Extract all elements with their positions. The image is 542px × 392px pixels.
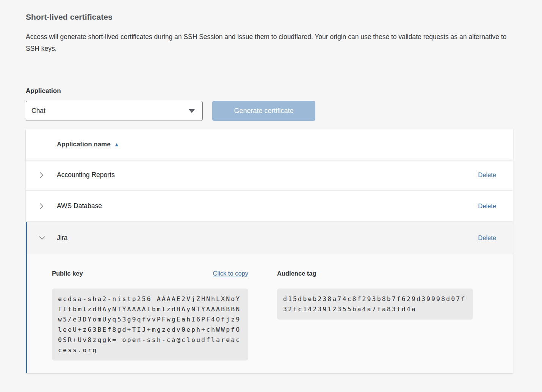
application-name-cell: AWS Database: [57, 202, 478, 210]
short-lived-certificates-section: Short-lived certificates Access will gen…: [0, 0, 542, 373]
expanded-row-group: Jira Delete Public key Click to copy ecd…: [26, 222, 513, 373]
table-row[interactable]: Jira Delete: [27, 222, 513, 254]
application-select-value: Chat: [31, 107, 45, 115]
public-key-label-row: Public key Click to copy: [52, 270, 248, 278]
page: Short-lived certificates Access will gen…: [0, 0, 542, 392]
table-row[interactable]: Accounting Reports Delete: [26, 160, 513, 191]
generate-certificate-button[interactable]: Generate certificate: [212, 101, 315, 121]
audience-tag-label-row: Audience tag: [277, 270, 473, 278]
section-description: Access will generate short-lived certifi…: [26, 31, 511, 55]
column-header-application-name[interactable]: Application name: [57, 141, 111, 148]
chevron-right-icon[interactable]: [26, 171, 57, 179]
public-key-column: Public key Click to copy ecdsa-sha2-nist…: [52, 270, 248, 361]
chevron-down-icon: [189, 109, 195, 113]
public-key-label: Public key: [52, 270, 83, 277]
public-key-value[interactable]: ecdsa-sha2-nistp256 AAAAE2VjZHNhLXNoYTIt…: [52, 289, 248, 361]
row-action-cell: Delete: [478, 171, 513, 179]
application-name-cell: Jira: [57, 234, 478, 242]
chevron-down-icon[interactable]: [27, 235, 57, 241]
delete-link[interactable]: Delete: [478, 202, 496, 209]
page-title: Short-lived certificates: [26, 0, 513, 22]
application-field-label: Application: [26, 87, 513, 95]
table-header-row: Application name ▲: [26, 129, 513, 160]
delete-link[interactable]: Delete: [478, 234, 496, 241]
row-action-cell: Delete: [478, 202, 513, 210]
row-action-cell: Delete: [478, 234, 513, 241]
application-select[interactable]: Chat: [26, 101, 203, 121]
controls-row: Chat Generate certificate: [26, 101, 513, 121]
table-row[interactable]: AWS Database Delete: [26, 191, 513, 222]
click-to-copy-link[interactable]: Click to copy: [213, 270, 248, 277]
delete-link[interactable]: Delete: [478, 171, 496, 178]
audience-tag-value[interactable]: d15dbeb238a74c8f293b8b7f629d39998d07f32f…: [277, 289, 473, 320]
audience-tag-column: Audience tag d15dbeb238a74c8f293b8b7f629…: [277, 270, 473, 361]
chevron-right-icon[interactable]: [26, 202, 57, 210]
certificate-detail-panel: Public key Click to copy ecdsa-sha2-nist…: [27, 254, 513, 373]
sort-ascending-icon[interactable]: ▲: [114, 141, 119, 147]
application-name-cell: Accounting Reports: [57, 171, 478, 179]
audience-tag-label: Audience tag: [277, 270, 316, 277]
certificates-table: Application name ▲ Accounting Reports De…: [26, 129, 513, 373]
